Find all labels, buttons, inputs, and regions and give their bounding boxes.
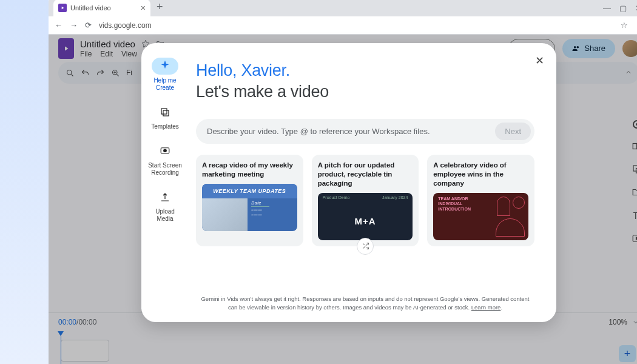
browser-tab[interactable]: Untitled video × — [53, 0, 150, 16]
window-controls: — ▢ ✕ — [603, 4, 637, 16]
sidebar-label: Templates — [151, 123, 179, 130]
shuffle-button[interactable] — [357, 238, 374, 255]
bookmark-icon[interactable]: ☆ — [621, 21, 628, 30]
tab-strip: Untitled video × + — ▢ ✕ — [49, 0, 637, 16]
next-button[interactable]: Next — [495, 123, 531, 140]
svg-point-11 — [164, 149, 167, 152]
suggestion-title: A recap video of my weekly marketing mee… — [202, 161, 297, 179]
svg-rect-8 — [161, 109, 167, 114]
learn-more-link[interactable]: Learn more — [471, 304, 501, 311]
prompt-placeholder: Describe your video. Type @ to reference… — [207, 127, 495, 136]
suggestion-card[interactable]: A recap video of my weekly marketing mee… — [196, 155, 303, 246]
tab-title: Untitled video — [70, 4, 111, 12]
disclaimer-text: Gemini in Vids won't always get it right… — [196, 280, 534, 311]
record-screen-icon — [152, 143, 178, 160]
templates-icon — [152, 104, 178, 121]
vids-favicon — [58, 4, 67, 12]
url-field[interactable]: vids.google.com — [99, 21, 613, 30]
sidebar-label: Start Screen Recording — [147, 162, 183, 177]
upload-icon — [152, 189, 178, 206]
prompt-field[interactable]: Describe your video. Type @ to reference… — [196, 119, 534, 144]
sparkle-icon — [152, 58, 178, 75]
sidebar-label: Help me Create — [147, 77, 183, 92]
modal-close-icon[interactable]: ✕ — [535, 54, 544, 67]
modal-overlay: ✕ Help me Create Templates Start Screen … — [49, 35, 637, 364]
minimize-icon[interactable]: — — [603, 4, 611, 13]
suggestion-thumbnail: WEEKLY TEAM UPDATES Date━━━━━━━━━━ — [202, 184, 297, 231]
browser-window: Untitled video × + — ▢ ✕ ← → ⟳ vids.goog… — [49, 0, 637, 364]
suggestion-title: A celebratory video of employee wins in … — [433, 161, 528, 188]
sidebar-item-templates[interactable]: Templates — [151, 104, 179, 130]
suggestion-card[interactable]: A celebratory video of employee wins in … — [427, 155, 534, 246]
sidebar-item-help-me-create[interactable]: Help me Create — [147, 58, 183, 92]
forward-icon[interactable]: → — [70, 21, 78, 30]
sidebar-label: Upload Media — [147, 208, 183, 223]
reload-icon[interactable]: ⟳ — [85, 21, 92, 30]
suggestion-thumbnail: TEAM AND/OR INDIVIDUAL INTRODUCTION — [433, 193, 528, 240]
new-tab-button[interactable]: + — [157, 0, 163, 16]
suggestion-card[interactable]: A pitch for our updated product, recycla… — [312, 155, 419, 246]
modal-content: Hello, Xavier. Let's make a video Descri… — [189, 43, 556, 322]
app-surface: Untitled video File Edit View Insert For… — [49, 35, 637, 364]
greeting-line1: Hello, Xavier. — [196, 60, 534, 81]
greeting-line2: Let's make a video — [196, 81, 534, 103]
suggestion-thumbnail: Product DemoJanuary 2024 M+A — [318, 193, 413, 240]
sidebar-item-screen-recording[interactable]: Start Screen Recording — [147, 143, 183, 177]
sidebar-item-upload[interactable]: Upload Media — [147, 189, 183, 223]
address-bar: ← → ⟳ vids.google.com ☆ ⋮ — [49, 16, 637, 35]
create-modal: ✕ Help me Create Templates Start Screen … — [141, 43, 556, 322]
suggestions-row: A recap video of my weekly marketing mee… — [196, 155, 534, 246]
maximize-icon[interactable]: ▢ — [619, 4, 627, 13]
back-icon[interactable]: ← — [55, 21, 62, 30]
suggestion-title: A pitch for our updated product, recycla… — [318, 161, 413, 188]
modal-sidebar: Help me Create Templates Start Screen Re… — [141, 43, 189, 322]
svg-rect-9 — [163, 110, 169, 116]
tab-close-icon[interactable]: × — [141, 3, 146, 13]
